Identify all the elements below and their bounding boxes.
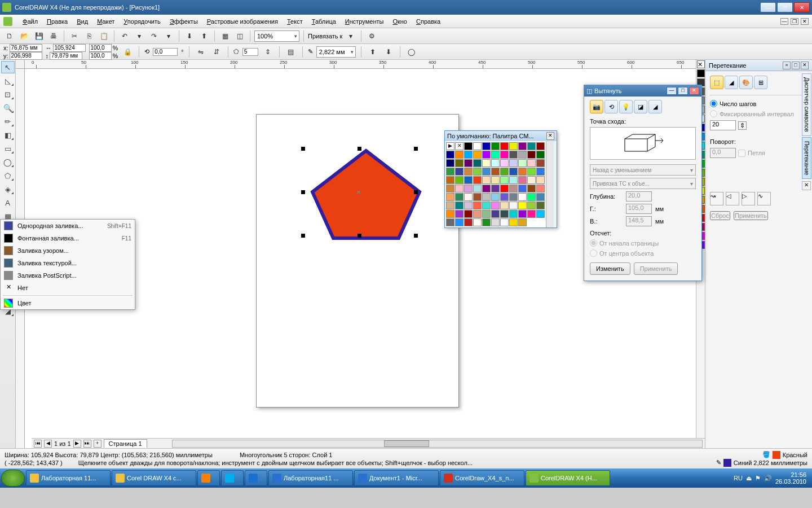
palette-swatch[interactable]	[500, 202, 509, 209]
palette-swatch[interactable]	[491, 193, 500, 201]
menu-effects[interactable]: Эффекты	[165, 16, 202, 27]
flyout-item[interactable]: Фонтанная заливка...F11	[1, 232, 135, 244]
palette-swatch[interactable]	[464, 193, 473, 201]
lock-ratio-button[interactable]: 🔒	[121, 46, 134, 58]
palette-swatch[interactable]	[464, 168, 473, 176]
angle-field[interactable]: 0,0	[153, 48, 178, 56]
flyout-item[interactable]: Заливка узором...	[1, 244, 135, 257]
steps-field[interactable]: 20	[710, 120, 736, 130]
palette-swatch[interactable]	[464, 151, 473, 159]
taskbar-item[interactable]	[245, 470, 267, 486]
palette-swatch[interactable]	[464, 202, 473, 209]
palette-swatch[interactable]	[473, 159, 482, 167]
palette-swatch[interactable]	[509, 142, 518, 150]
options-button[interactable]: ⚙	[365, 30, 378, 42]
page-last-button[interactable]: ⏭	[83, 440, 91, 448]
palette-swatch[interactable]	[491, 210, 500, 218]
palette-swatch[interactable]	[527, 193, 536, 201]
palette-swatch[interactable]	[500, 185, 509, 192]
scale-y-field[interactable]: 100,0	[89, 52, 112, 60]
extrude-dialog[interactable]: ◫ Вытянуть — □ ✕ 📷 ⟲ 💡 ◪ ◢ Точка схода: …	[584, 85, 702, 281]
convert-curves-button[interactable]: ◯	[405, 46, 418, 58]
palette-swatch[interactable]	[527, 202, 536, 209]
palette-swatch[interactable]	[518, 185, 527, 192]
palette-swatch[interactable]	[473, 210, 482, 218]
palette-swatch[interactable]	[500, 159, 509, 167]
palette-swatch[interactable]	[536, 176, 545, 184]
blend-steps-tab[interactable]: ⬚	[710, 76, 723, 89]
palette-swatch[interactable]	[527, 151, 536, 159]
pos-y-field[interactable]: 206,998 мм	[10, 52, 42, 60]
palette-swatch[interactable]	[446, 168, 454, 176]
palette-nav[interactable]: ▶	[446, 142, 454, 150]
palette-swatch[interactable]	[527, 168, 536, 176]
menu-bitmaps[interactable]: Растровые изображения	[202, 16, 283, 27]
palette-swatch[interactable]	[518, 168, 527, 176]
menu-help[interactable]: Справка	[412, 16, 445, 27]
copy-button[interactable]: ⎘	[83, 30, 95, 42]
palette-swatch[interactable]	[509, 218, 518, 226]
flyout-item[interactable]: Цвет	[1, 297, 135, 309]
palette-swatch[interactable]	[473, 218, 482, 226]
rectangle-tool[interactable]: ▭	[1, 142, 15, 155]
color-swatch[interactable]	[697, 69, 705, 77]
palette-swatch[interactable]	[500, 151, 509, 159]
palette-swatch[interactable]	[473, 202, 482, 209]
sel-center-marker[interactable]: ✕	[356, 189, 361, 194]
taskbar-item[interactable]: Документ1 - Micr...	[354, 470, 439, 486]
palette-swatch[interactable]	[473, 142, 482, 150]
export-button[interactable]: ⬆	[198, 30, 210, 42]
outline-width-combo[interactable]: 2,822 мм	[316, 46, 356, 58]
horizontal-scrollbar[interactable]	[172, 440, 703, 448]
zoom-tool[interactable]: 🔍	[1, 102, 15, 114]
menu-layout[interactable]: Макет	[92, 16, 119, 27]
palette-swatch[interactable]	[455, 151, 464, 159]
palette-swatch[interactable]	[482, 142, 491, 150]
pick-tool[interactable]: ↖	[1, 61, 15, 73]
palette-swatch[interactable]	[446, 202, 454, 209]
docker-collapse-button[interactable]: »	[783, 62, 791, 69]
sel-handle-tl[interactable]	[301, 147, 305, 151]
palette-swatch[interactable]	[455, 202, 464, 209]
menu-text[interactable]: Текст	[283, 16, 307, 27]
interval-radio[interactable]	[710, 110, 717, 117]
palette-swatch[interactable]	[446, 218, 454, 226]
palette-nav[interactable]: ✕	[455, 142, 464, 150]
palette-swatch[interactable]	[509, 193, 518, 201]
extrude-tab-camera[interactable]: 📷	[590, 100, 603, 113]
palette-swatch[interactable]	[455, 210, 464, 218]
wrap-text-button[interactable]: ▤	[285, 46, 297, 58]
page-next-button[interactable]: ▶	[73, 440, 81, 448]
taskbar-item[interactable]: Лабораторная 11...	[26, 470, 111, 486]
pos-x-field[interactable]: 76,875 мм	[10, 44, 42, 52]
sel-handle-br[interactable]	[414, 234, 418, 238]
palette-swatch[interactable]	[464, 210, 473, 218]
palette-swatch[interactable]	[491, 176, 500, 184]
polygon-tool[interactable]: ⬠	[1, 169, 15, 182]
open-button[interactable]: 📂	[18, 30, 30, 42]
palette-swatch[interactable]	[536, 168, 545, 176]
palette-swatch[interactable]	[518, 202, 527, 209]
fill-color-swatch[interactable]	[773, 451, 780, 459]
palette-swatch[interactable]	[464, 159, 473, 167]
palette-swatch[interactable]	[491, 151, 500, 159]
side-tab-symbols[interactable]: Диспетчер символов	[802, 73, 811, 136]
palette-swatch[interactable]	[518, 218, 527, 226]
taskbar-item[interactable]	[221, 470, 244, 486]
maximize-button[interactable]: □	[777, 2, 793, 12]
sel-handle-bc[interactable]	[358, 234, 361, 238]
palette-swatch[interactable]	[455, 193, 464, 201]
blend-start-button[interactable]: ◁	[726, 192, 739, 205]
blend-color-tab[interactable]: 🎨	[739, 76, 753, 89]
mirror-v-button[interactable]: ⇵	[210, 46, 223, 58]
palette-swatch[interactable]	[500, 168, 509, 176]
palette-swatch[interactable]	[455, 185, 464, 192]
extrude-tab-bevel[interactable]: ◢	[648, 100, 662, 113]
menu-table[interactable]: Таблица	[307, 16, 341, 27]
redo-drop-button[interactable]: ▾	[162, 30, 175, 42]
blend-path-button[interactable]: ↝	[710, 192, 723, 205]
palette-swatch[interactable]	[518, 210, 527, 218]
palette-swatch[interactable]	[446, 193, 454, 201]
palette-swatch[interactable]	[473, 176, 482, 184]
undo-button[interactable]: ↶	[118, 30, 131, 42]
